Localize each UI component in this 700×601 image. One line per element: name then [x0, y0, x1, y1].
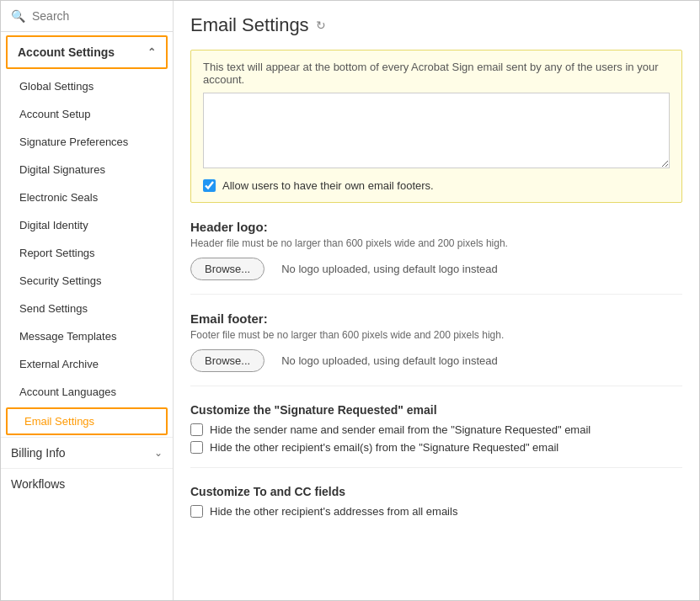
allow-own-footers-label: Allow users to have their own email foot… [222, 179, 434, 192]
hide-recipient-email-checkbox[interactable] [190, 441, 203, 454]
account-settings-header[interactable]: Account Settings ⌃ [6, 35, 168, 69]
notice-box: This text will appear at the bottom of e… [190, 50, 682, 203]
sidebar-item-electronic-seals[interactable]: Electronic Seals [1, 183, 173, 211]
sidebar-item-account-setup[interactable]: Account Setup [1, 100, 173, 128]
workflows-header[interactable]: Workflows [1, 468, 173, 499]
header-logo-browse-button[interactable]: Browse... [190, 258, 265, 280]
sidebar-item-message-templates[interactable]: Message Templates [1, 322, 173, 350]
hide-sender-checkbox[interactable] [190, 423, 203, 436]
sidebar-item-email-settings[interactable]: Email Settings [6, 407, 168, 435]
account-settings-subitems: Global Settings Account Setup Signature … [1, 72, 173, 437]
hide-sender-row: Hide the sender name and sender email fr… [190, 423, 682, 436]
search-input[interactable] [32, 9, 163, 23]
search-bar: 🔍 [1, 1, 173, 32]
header-logo-desc: Header file must be no larger than 600 p… [190, 237, 682, 249]
sidebar-item-send-settings[interactable]: Send Settings [1, 295, 173, 322]
email-footer-desc: Footer file must be no larger than 600 p… [190, 329, 682, 341]
hide-other-recipient-row: Hide the other recipient's addresses fro… [190, 505, 682, 518]
sidebar-item-report-settings[interactable]: Report Settings [1, 239, 173, 267]
billing-info-chevron: ⌄ [154, 447, 163, 459]
header-logo-status: No logo uploaded, using default logo ins… [281, 263, 498, 275]
main-content: Email Settings ↻ This text will appear a… [174, 1, 699, 600]
billing-info-label: Billing Info [11, 446, 66, 460]
account-settings-label: Account Settings [18, 45, 115, 59]
hide-recipient-email-label: Hide the other recipient's email(s) from… [210, 441, 558, 454]
header-logo-title: Header logo: [190, 220, 682, 234]
customize-signature-requested-checkboxes: Hide the sender name and sender email fr… [190, 423, 682, 454]
hide-recipient-email-row: Hide the other recipient's email(s) from… [190, 441, 682, 454]
workflows-label: Workflows [11, 477, 65, 491]
customize-signature-requested-section: Customize the "Signature Requested" emai… [190, 403, 682, 468]
sidebar-item-global-settings[interactable]: Global Settings [1, 72, 173, 100]
notice-text: This text will appear at the bottom of e… [203, 61, 670, 86]
search-icon: 🔍 [11, 9, 25, 23]
customize-to-cc-title: Customize To and CC fields [190, 485, 682, 498]
allow-own-footers-checkbox[interactable] [203, 179, 216, 192]
sidebar-item-security-settings[interactable]: Security Settings [1, 267, 173, 295]
billing-info-header[interactable]: Billing Info ⌄ [1, 437, 173, 468]
customize-signature-requested-title: Customize the "Signature Requested" emai… [190, 403, 682, 417]
refresh-icon[interactable]: ↻ [316, 19, 326, 32]
email-footer-section: Email footer: Footer file must be no lar… [190, 311, 682, 386]
header-logo-browse-row: Browse... No logo uploaded, using defaul… [190, 258, 682, 280]
hide-sender-label: Hide the sender name and sender email fr… [210, 423, 590, 436]
footer-text-input[interactable] [203, 93, 670, 168]
email-footer-status: No logo uploaded, using default logo ins… [281, 354, 498, 367]
page-title-row: Email Settings ↻ [190, 14, 682, 36]
hide-other-recipient-label: Hide the other recipient's addresses fro… [210, 505, 457, 518]
sidebar-item-digital-identity[interactable]: Digital Identity [1, 211, 173, 239]
sidebar-item-account-languages[interactable]: Account Languages [1, 378, 173, 406]
sidebar-item-external-archive[interactable]: External Archive [1, 350, 173, 378]
sidebar: 🔍 Account Settings ⌃ Global Settings Acc… [1, 1, 174, 600]
account-settings-chevron: ⌃ [147, 46, 156, 58]
header-logo-section: Header logo: Header file must be no larg… [190, 220, 682, 295]
account-settings-section: Account Settings ⌃ Global Settings Accou… [1, 32, 173, 437]
sidebar-item-digital-signatures[interactable]: Digital Signatures [1, 156, 173, 183]
customize-to-cc-checkboxes: Hide the other recipient's addresses fro… [190, 505, 682, 518]
hide-other-recipient-checkbox[interactable] [190, 505, 203, 518]
customize-to-cc-section: Customize To and CC fields Hide the othe… [190, 485, 682, 531]
email-footer-title: Email footer: [190, 311, 682, 326]
page-title: Email Settings [190, 14, 309, 36]
email-footer-browse-row: Browse... No logo uploaded, using defaul… [190, 349, 682, 372]
sidebar-item-signature-preferences[interactable]: Signature Preferences [1, 128, 173, 156]
allow-own-footers-row: Allow users to have their own email foot… [203, 179, 670, 192]
email-footer-browse-button[interactable]: Browse... [190, 349, 265, 372]
